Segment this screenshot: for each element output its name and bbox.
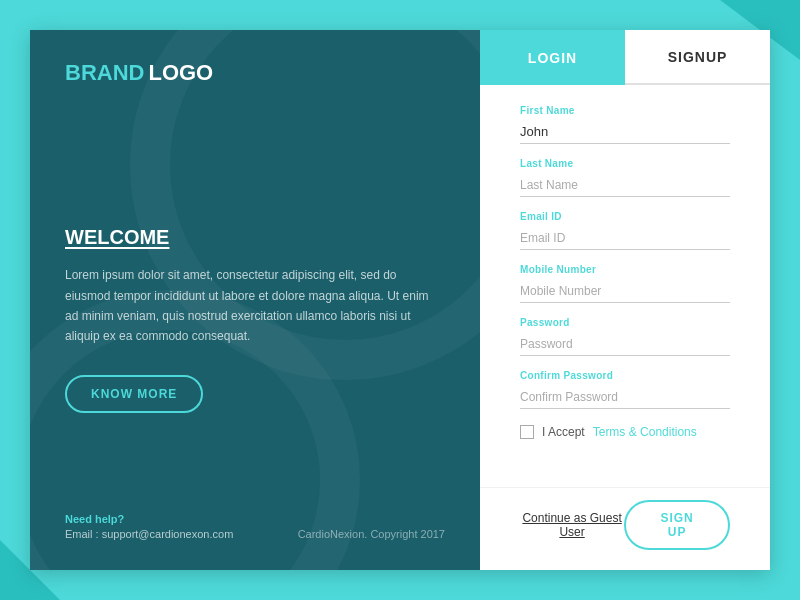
last-name-group: Last Name <box>520 158 730 197</box>
terms-link[interactable]: Terms & Conditions <box>593 425 697 439</box>
mobile-input[interactable] <box>520 279 730 303</box>
terms-checkbox[interactable] <box>520 425 534 439</box>
password-label: Password <box>520 317 730 328</box>
logo-word: LOGO <box>148 60 213 86</box>
left-panel: BRAND LOGO WELCOME Lorem ipsum dolor sit… <box>30 30 480 570</box>
email-group: Email ID <box>520 211 730 250</box>
terms-row: I Accept Terms & Conditions <box>520 425 730 439</box>
last-name-label: Last Name <box>520 158 730 169</box>
signup-form: First Name Last Name Email ID Mobile Num… <box>480 85 770 487</box>
email-input[interactable] <box>520 226 730 250</box>
tab-login[interactable]: LOGIN <box>480 30 625 85</box>
password-group: Password <box>520 317 730 356</box>
main-container: BRAND LOGO WELCOME Lorem ipsum dolor sit… <box>30 30 770 570</box>
welcome-title: WELCOME <box>65 226 445 249</box>
first-name-input[interactable] <box>520 120 730 144</box>
welcome-section: WELCOME Lorem ipsum dolor sit amet, cons… <box>65 86 445 513</box>
email-label: Email ID <box>520 211 730 222</box>
need-help-label: Need help? <box>65 513 445 525</box>
welcome-text: Lorem ipsum dolor sit amet, consectetur … <box>65 265 445 347</box>
right-panel: LOGIN SIGNUP First Name Last Name Email … <box>480 30 770 570</box>
form-footer: Continue as Guest User SIGN UP <box>480 487 770 570</box>
tab-signup[interactable]: SIGNUP <box>625 30 770 85</box>
tabs-header: LOGIN SIGNUP <box>480 30 770 85</box>
last-name-input[interactable] <box>520 173 730 197</box>
first-name-label: First Name <box>520 105 730 116</box>
brand-logo: BRAND LOGO <box>65 60 445 86</box>
mobile-group: Mobile Number <box>520 264 730 303</box>
guest-user-button[interactable]: Continue as Guest User <box>520 511 624 539</box>
confirm-password-label: Confirm Password <box>520 370 730 381</box>
first-name-group: First Name <box>520 105 730 144</box>
mobile-label: Mobile Number <box>520 264 730 275</box>
password-input[interactable] <box>520 332 730 356</box>
know-more-button[interactable]: KNOW MORE <box>65 375 203 413</box>
confirm-password-input[interactable] <box>520 385 730 409</box>
signup-button[interactable]: SIGN UP <box>624 500 730 550</box>
terms-text: I Accept <box>542 425 585 439</box>
copyright-text: CardioNexion. Copyright 2017 <box>298 528 445 540</box>
brand-word: BRAND <box>65 60 144 86</box>
left-footer: Need help? Email : support@cardionexon.c… <box>65 513 445 540</box>
confirm-password-group: Confirm Password <box>520 370 730 409</box>
